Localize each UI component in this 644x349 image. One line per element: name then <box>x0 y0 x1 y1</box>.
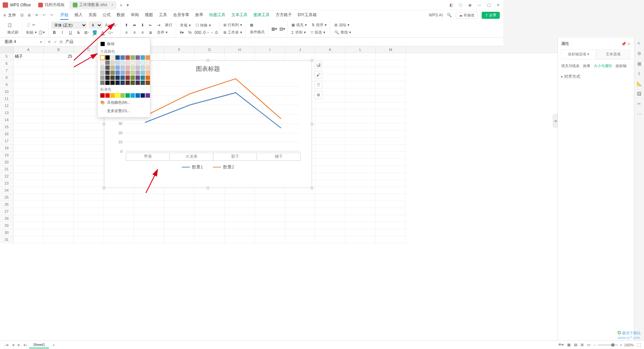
cell[interactable] <box>44 187 74 194</box>
align-center-icon[interactable]: ≡ <box>131 30 138 36</box>
tab-tools[interactable]: 工具 <box>159 11 167 20</box>
color-swatch[interactable] <box>100 81 105 85</box>
color-swatch[interactable] <box>146 93 150 98</box>
color-swatch[interactable] <box>146 76 150 80</box>
tab-insert[interactable]: 插入 <box>74 11 83 20</box>
cell[interactable] <box>376 236 406 243</box>
cell[interactable] <box>74 187 104 194</box>
cell[interactable] <box>74 215 104 222</box>
cell[interactable] <box>195 208 225 215</box>
cell[interactable] <box>44 74 74 81</box>
row-header[interactable]: 12 <box>0 102 13 109</box>
cell[interactable] <box>376 102 406 109</box>
color-swatch[interactable] <box>105 93 110 98</box>
table-style-icon[interactable]: ▦▾ <box>271 26 277 32</box>
chart-legend[interactable]: 数量1 数量2 <box>104 161 312 173</box>
color-swatch[interactable] <box>115 65 120 70</box>
cell[interactable] <box>255 201 285 208</box>
cell[interactable] <box>13 236 44 243</box>
cell[interactable] <box>164 222 195 229</box>
cell[interactable] <box>164 53 195 60</box>
color-swatch[interactable] <box>100 76 105 80</box>
cell[interactable] <box>13 81 44 88</box>
cell[interactable] <box>104 222 134 229</box>
align-left-icon[interactable]: ≡ <box>123 30 129 36</box>
row-header[interactable]: 24 <box>0 187 13 194</box>
cell[interactable] <box>345 95 376 102</box>
cell[interactable] <box>74 131 104 138</box>
cell[interactable] <box>134 236 164 243</box>
tab-start[interactable]: 开始 <box>60 11 68 20</box>
row-header[interactable]: 26 <box>0 201 13 208</box>
cell[interactable] <box>376 95 406 102</box>
cell[interactable] <box>345 187 376 194</box>
cell[interactable] <box>44 173 74 180</box>
cell[interactable] <box>134 201 164 208</box>
color-swatch[interactable] <box>125 55 130 60</box>
cell[interactable] <box>195 236 225 243</box>
color-swatch[interactable] <box>125 76 130 80</box>
cell[interactable] <box>285 236 315 243</box>
row-header[interactable]: 14 <box>0 116 13 123</box>
color-swatch[interactable] <box>130 55 135 60</box>
cell[interactable] <box>376 67 406 74</box>
cell[interactable] <box>74 123 104 131</box>
more-settings-item[interactable]: 更多设置(O)... <box>100 107 148 115</box>
row-header[interactable]: 5 <box>0 53 13 60</box>
indent-dec-icon[interactable]: ⇤ <box>148 22 154 28</box>
row-header[interactable]: 11 <box>0 95 13 102</box>
align-top-icon[interactable]: ⬆ <box>123 22 129 28</box>
color-swatch[interactable] <box>136 65 140 70</box>
color-swatch[interactable] <box>141 65 145 70</box>
menu-icon[interactable]: ≡ <box>3 13 6 18</box>
color-swatch[interactable] <box>136 55 140 60</box>
cell[interactable] <box>13 187 44 194</box>
cell[interactable] <box>13 95 44 102</box>
cell[interactable] <box>195 187 225 194</box>
cell[interactable] <box>345 159 376 166</box>
cell[interactable] <box>315 187 345 194</box>
cell[interactable]: 25 <box>44 53 74 60</box>
cell[interactable] <box>164 194 195 201</box>
color-swatch[interactable] <box>105 76 110 80</box>
col-header[interactable]: G <box>195 46 225 53</box>
color-swatch[interactable] <box>141 60 145 65</box>
row-header[interactable]: 18 <box>0 145 13 152</box>
cell[interactable] <box>345 74 376 81</box>
color-swatch[interactable] <box>110 70 115 75</box>
color-swatch[interactable] <box>130 60 135 65</box>
cell[interactable] <box>44 201 74 208</box>
cell[interactable] <box>13 201 44 208</box>
row-header[interactable]: 15 <box>0 123 13 131</box>
rowcol-button[interactable]: ⊞ 行和列▾ <box>222 22 244 28</box>
cell[interactable] <box>74 159 104 166</box>
cond-format-button[interactable]: ▦ <box>249 22 266 28</box>
dec-inc-icon[interactable]: .0→ <box>203 30 209 36</box>
minimize-button[interactable]: — <box>477 3 482 7</box>
cell[interactable] <box>376 201 406 208</box>
cell[interactable] <box>315 229 345 236</box>
wps-ai-button[interactable]: WPS AI <box>429 13 443 17</box>
row-header[interactable]: 21 <box>0 166 13 173</box>
color-swatch[interactable] <box>146 81 150 85</box>
color-swatch[interactable] <box>136 70 140 75</box>
cell[interactable] <box>315 222 345 229</box>
cell[interactable] <box>44 159 74 166</box>
cell[interactable] <box>164 187 195 194</box>
cell[interactable] <box>376 53 406 60</box>
color-swatch[interactable] <box>115 76 120 80</box>
resize-handle[interactable] <box>311 59 313 62</box>
cell[interactable] <box>13 123 44 131</box>
cell[interactable] <box>255 222 285 229</box>
cell[interactable] <box>315 173 345 180</box>
tab-add-button[interactable]: + <box>118 2 124 8</box>
cell[interactable] <box>376 109 406 116</box>
cell[interactable] <box>255 208 285 215</box>
cell[interactable] <box>13 145 44 152</box>
color-swatch[interactable] <box>120 81 125 85</box>
row-header[interactable]: 6 <box>0 60 13 67</box>
col-header[interactable]: K <box>315 46 345 53</box>
tab-data[interactable]: 数据 <box>117 11 125 20</box>
cell[interactable] <box>44 88 74 95</box>
italic-button[interactable]: I <box>59 30 65 36</box>
